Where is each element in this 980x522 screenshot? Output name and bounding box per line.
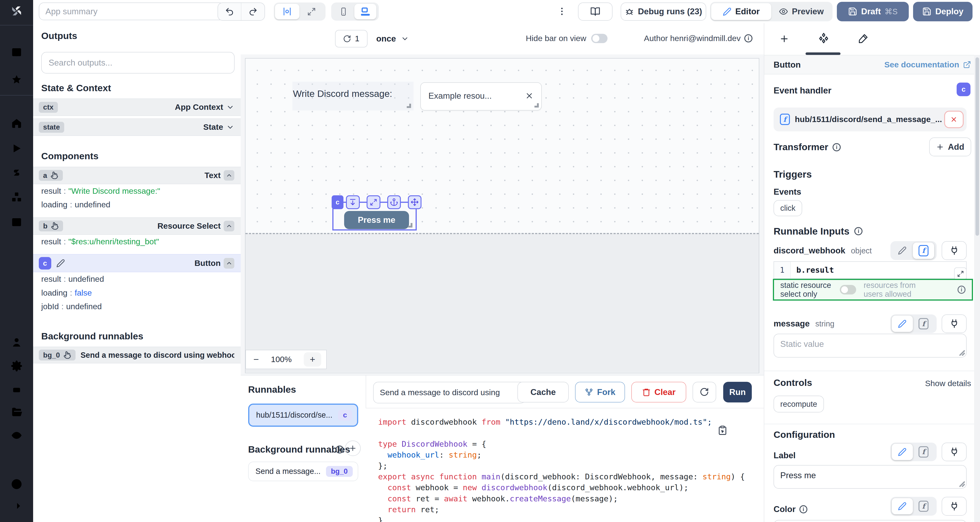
see-documentation-link[interactable]: See documentation [884, 60, 971, 69]
scrollbar-track[interactable] [974, 55, 980, 522]
help-icon[interactable] [11, 478, 22, 490]
settings-gear-icon[interactable] [11, 360, 22, 372]
fullscreen-icon[interactable] [299, 7, 324, 16]
redo-button[interactable] [241, 3, 264, 20]
add-background-runnable-button[interactable] [345, 441, 361, 456]
chevron-down-icon[interactable] [226, 103, 234, 111]
text-component[interactable]: Write Discord message: [293, 82, 414, 110]
move-icon[interactable] [408, 195, 422, 209]
component-row-a[interactable]: a Text [33, 167, 241, 184]
remove-handler-button[interactable] [944, 111, 963, 128]
static-mode-pencil-icon[interactable] [892, 498, 913, 514]
desktop-view-icon[interactable] [354, 4, 376, 19]
bg0-row[interactable]: bg_0 Send a message to discord using web… [33, 347, 241, 363]
schedules-calendar-icon[interactable] [11, 216, 22, 228]
refresh-script-button[interactable] [692, 382, 716, 403]
press-me-button[interactable]: Press me [344, 211, 409, 229]
connect-plug-icon[interactable] [942, 314, 967, 333]
code-editor[interactable]: import discordwebhook from "https://deno… [366, 408, 764, 522]
ctx-row[interactable]: ctx App Context [33, 99, 241, 116]
zoom-in-button[interactable]: + [304, 352, 321, 367]
app-summary-input[interactable] [39, 3, 225, 20]
collapse-button[interactable] [224, 221, 234, 231]
info-icon[interactable]: i [832, 143, 841, 151]
resources-cubes-icon[interactable] [11, 191, 22, 203]
color-value-input[interactable] [773, 520, 967, 522]
eval-mode-function-icon[interactable]: f [913, 444, 934, 460]
tab-preview[interactable]: Preview [771, 6, 831, 16]
component-row-b[interactable]: b Resource Select [33, 217, 241, 235]
info-icon[interactable]: i [854, 227, 862, 235]
maximize-icon[interactable] [367, 195, 380, 209]
kebab-menu-icon[interactable] [557, 6, 567, 16]
resource-select-component[interactable]: Example resou... [420, 82, 541, 110]
state-row[interactable]: state State [33, 118, 241, 136]
draft-button[interactable]: Draft ⌘S [837, 2, 909, 21]
refresh-count-button[interactable]: 1 [335, 30, 368, 48]
expr-editor[interactable]: 1 b.result [773, 261, 967, 279]
expand-editor-icon[interactable] [954, 267, 967, 280]
connect-plug-icon[interactable] [942, 442, 967, 462]
eval-mode-function-icon[interactable]: f [913, 242, 934, 259]
runnable-item-selected[interactable]: hub/1511/discord/se... c [248, 404, 358, 427]
debug-runs-button[interactable]: Debug runs (23) [620, 3, 706, 21]
clear-button[interactable]: Clear [631, 382, 686, 403]
collapse-button[interactable] [224, 170, 234, 181]
cache-button[interactable]: Cache [517, 382, 569, 403]
script-name-input[interactable] [373, 382, 526, 403]
textarea-resize-icon[interactable] [959, 350, 965, 356]
connect-plug-icon[interactable] [942, 497, 967, 516]
fork-button[interactable]: Fork [575, 382, 625, 403]
info-icon[interactable]: i [958, 286, 966, 294]
workers-robot-icon[interactable] [11, 384, 22, 396]
clear-select-icon[interactable] [525, 91, 534, 100]
component-row-c-selected[interactable]: c Button [33, 254, 241, 272]
hide-bar-toggle[interactable] [591, 34, 608, 43]
zoom-out-button[interactable]: − [253, 354, 259, 365]
static-mode-pencil-icon[interactable] [892, 242, 913, 259]
pencil-icon[interactable] [56, 259, 65, 268]
runs-play-icon[interactable] [11, 142, 22, 154]
docs-book-button[interactable] [578, 3, 612, 21]
mobile-view-icon[interactable] [332, 7, 354, 16]
recompute-button[interactable]: recompute [773, 396, 824, 412]
home-icon[interactable] [11, 118, 22, 129]
users-icon[interactable] [11, 336, 22, 348]
expand-arrow-icon[interactable] [11, 500, 22, 512]
undo-button[interactable] [218, 3, 242, 20]
anchor-icon[interactable] [387, 195, 401, 209]
handler-script-box[interactable]: f hub/1511/discord/send_a_message_... [773, 108, 967, 131]
info-icon[interactable]: i [799, 505, 808, 513]
label-value-input[interactable]: Press me [773, 465, 967, 489]
static-mode-pencil-icon[interactable] [892, 444, 913, 460]
resource-mode-toggle[interactable] [840, 285, 856, 294]
connect-plug-icon[interactable] [942, 241, 967, 260]
message-static-value-input[interactable]: Static value [773, 334, 967, 358]
run-button[interactable]: Run [723, 382, 752, 403]
textarea-resize-icon[interactable] [959, 481, 965, 487]
button-component-selected[interactable]: c Press me [332, 202, 417, 231]
add-transformer-button[interactable]: Add [929, 137, 971, 156]
audit-eye-icon[interactable] [11, 430, 22, 441]
static-mode-pencil-icon[interactable] [892, 315, 913, 332]
folders-icon[interactable] [11, 406, 22, 418]
chevron-down-icon[interactable] [226, 123, 234, 131]
background-runnable-item[interactable]: Send a message... bg_0 [248, 462, 358, 481]
windmill-logo[interactable] [11, 5, 22, 17]
schedule-dropdown[interactable]: once [376, 30, 409, 48]
search-outputs-input[interactable] [41, 52, 235, 73]
eval-mode-function-icon[interactable]: f [913, 315, 934, 332]
collapse-button[interactable] [224, 258, 234, 269]
resize-handle[interactable] [407, 103, 411, 108]
info-icon[interactable]: i [744, 34, 752, 43]
insert-component-tab-icon[interactable] [779, 34, 789, 44]
eval-mode-function-icon[interactable]: f [913, 498, 934, 514]
styling-brush-tab-icon[interactable] [858, 33, 869, 44]
deploy-button[interactable]: Deploy [913, 2, 972, 21]
component-settings-tab-icon[interactable] [818, 32, 829, 44]
tab-editor[interactable]: Editor [711, 3, 771, 20]
resize-handle[interactable] [535, 103, 539, 108]
favorites-star-icon[interactable] [11, 74, 22, 86]
expand-down-icon[interactable] [346, 195, 360, 209]
center-align-toggle[interactable] [275, 4, 299, 19]
